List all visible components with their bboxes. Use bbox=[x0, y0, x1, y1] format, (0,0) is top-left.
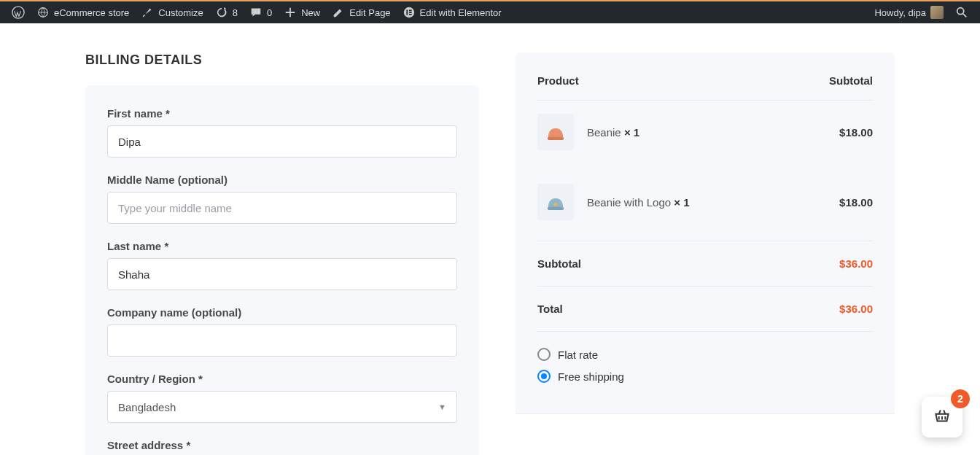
field-last-name: Last name * bbox=[107, 240, 457, 290]
edit-page-text: Edit Page bbox=[349, 7, 390, 18]
greeting-text: Howdy, dipa bbox=[874, 7, 926, 18]
search-icon bbox=[955, 6, 968, 19]
edit-elementor-text: Edit with Elementor bbox=[420, 7, 502, 18]
middle-name-input[interactable] bbox=[107, 192, 457, 224]
plus-icon bbox=[284, 6, 297, 19]
last-name-input[interactable] bbox=[107, 258, 457, 290]
new-link[interactable]: New bbox=[278, 1, 326, 24]
last-name-label: Last name * bbox=[107, 240, 457, 252]
order-item-row: Beanie with Logo × 1 $18.00 bbox=[537, 163, 873, 241]
brush-icon bbox=[141, 6, 154, 19]
wp-admin-bar: eCommerce store Customize 8 0 New Edit P… bbox=[0, 0, 980, 23]
svg-point-7 bbox=[957, 8, 964, 15]
site-name-link[interactable]: eCommerce store bbox=[31, 1, 135, 24]
checkout-page: BILLING DETAILS First name * Middle Name… bbox=[85, 23, 895, 455]
first-name-input[interactable] bbox=[107, 125, 457, 158]
svg-point-10 bbox=[553, 203, 557, 206]
update-icon bbox=[215, 6, 228, 19]
street-label: Street address * bbox=[107, 439, 457, 451]
subtotal-line: Subtotal $36.00 bbox=[537, 241, 873, 286]
search-toggle[interactable] bbox=[949, 1, 974, 24]
svg-rect-8 bbox=[548, 137, 564, 140]
elementor-icon bbox=[402, 6, 416, 19]
country-select[interactable]: Bangladesh ▼ bbox=[107, 391, 457, 423]
comments-count: 0 bbox=[267, 7, 272, 18]
home-icon bbox=[36, 6, 50, 19]
svg-rect-5 bbox=[409, 12, 412, 13]
billing-column: BILLING DETAILS First name * Middle Name… bbox=[85, 52, 479, 455]
total-value: $36.00 bbox=[839, 303, 873, 315]
total-line: Total $36.00 bbox=[537, 286, 873, 331]
field-country: Country / Region * Bangladesh ▼ bbox=[107, 373, 457, 423]
shipping-free[interactable]: Free shipping bbox=[537, 370, 873, 383]
subtotal-value: $36.00 bbox=[839, 257, 873, 270]
billing-form: First name * Middle Name (optional) Last… bbox=[85, 85, 479, 455]
header-product: Product bbox=[537, 74, 579, 87]
site-name-text: eCommerce store bbox=[54, 7, 129, 18]
field-first-name: First name * bbox=[107, 107, 457, 158]
comment-icon bbox=[249, 6, 262, 19]
product-name: Beanie with Logo × 1 bbox=[587, 196, 690, 209]
user-greeting[interactable]: Howdy, dipa bbox=[868, 1, 949, 24]
new-text: New bbox=[301, 7, 320, 18]
updates-count: 8 bbox=[233, 7, 238, 18]
pencil-icon bbox=[332, 6, 345, 19]
svg-rect-4 bbox=[409, 9, 412, 11]
field-street: Street address * bbox=[107, 439, 457, 451]
svg-rect-3 bbox=[406, 9, 408, 15]
order-item-row: Beanie × 1 $18.00 bbox=[537, 100, 873, 163]
free-shipping-label: Free shipping bbox=[558, 370, 624, 383]
product-price: $18.00 bbox=[839, 196, 873, 209]
country-value: Bangladesh bbox=[118, 401, 176, 413]
header-subtotal: Subtotal bbox=[829, 74, 873, 87]
subtotal-label: Subtotal bbox=[537, 257, 581, 270]
admin-bar-right: Howdy, dipa bbox=[868, 1, 974, 24]
product-thumb bbox=[537, 114, 574, 150]
country-label: Country / Region * bbox=[107, 373, 457, 385]
product-left: Beanie with Logo × 1 bbox=[537, 184, 690, 220]
order-header-row: Product Subtotal bbox=[537, 74, 873, 100]
radio-icon bbox=[537, 348, 551, 361]
total-label: Total bbox=[537, 303, 563, 315]
radio-selected-icon bbox=[537, 370, 551, 383]
customize-text: Customize bbox=[158, 7, 203, 18]
company-label: Company name (optional) bbox=[107, 306, 457, 319]
basket-icon bbox=[933, 406, 952, 428]
edit-page-link[interactable]: Edit Page bbox=[326, 1, 396, 24]
wordpress-icon bbox=[12, 6, 25, 19]
comments-link[interactable]: 0 bbox=[244, 1, 278, 24]
admin-bar-left: eCommerce store Customize 8 0 New Edit P… bbox=[6, 1, 508, 24]
flat-rate-label: Flat rate bbox=[558, 349, 598, 361]
customize-link[interactable]: Customize bbox=[135, 1, 209, 24]
middle-name-label: Middle Name (optional) bbox=[107, 174, 457, 186]
product-name: Beanie × 1 bbox=[587, 126, 639, 139]
billing-title: BILLING DETAILS bbox=[85, 52, 479, 68]
updates-link[interactable]: 8 bbox=[209, 1, 244, 24]
first-name-label: First name * bbox=[107, 107, 457, 120]
field-company: Company name (optional) bbox=[107, 306, 457, 357]
shipping-options: Flat rate Free shipping bbox=[537, 331, 873, 383]
chevron-down-icon: ▼ bbox=[438, 402, 446, 411]
order-summary: Product Subtotal Beanie × 1 $18.00 Beani… bbox=[516, 52, 895, 414]
avatar-icon bbox=[930, 6, 944, 19]
edit-elementor-link[interactable]: Edit with Elementor bbox=[397, 1, 508, 24]
svg-point-0 bbox=[12, 7, 24, 18]
field-middle-name: Middle Name (optional) bbox=[107, 174, 457, 224]
product-thumb bbox=[537, 184, 574, 220]
floating-cart-button[interactable]: 2 bbox=[922, 397, 962, 438]
product-left: Beanie × 1 bbox=[537, 114, 639, 150]
product-price: $18.00 bbox=[839, 126, 873, 139]
wp-logo[interactable] bbox=[6, 1, 31, 24]
svg-rect-9 bbox=[548, 207, 564, 210]
company-input[interactable] bbox=[107, 324, 457, 357]
shipping-flat-rate[interactable]: Flat rate bbox=[537, 348, 873, 361]
cart-count-badge: 2 bbox=[951, 389, 970, 408]
svg-rect-6 bbox=[409, 14, 412, 15]
